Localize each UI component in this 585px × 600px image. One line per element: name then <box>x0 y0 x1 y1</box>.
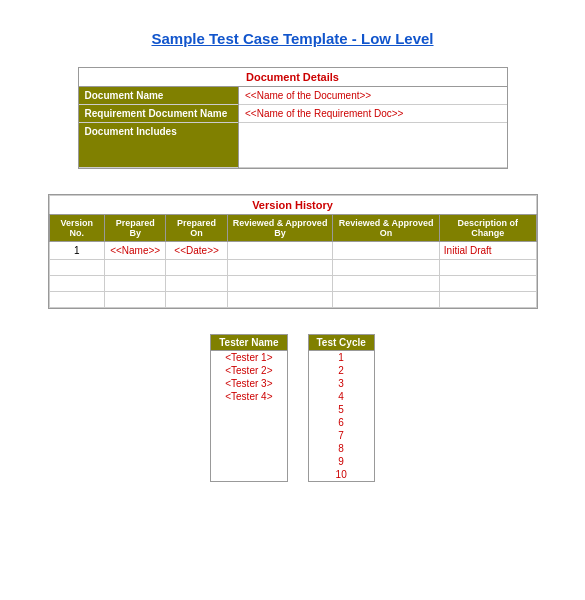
page: Sample Test Case Template - Low Level Do… <box>0 0 585 600</box>
document-details-header: Document Details <box>79 68 507 87</box>
col-prepared-by: Prepared By <box>104 215 165 242</box>
cycle-5: 5 <box>309 403 374 416</box>
list-item: 5 <box>309 403 374 416</box>
cycle-2: 2 <box>309 364 374 377</box>
col-prepared-on: Prepared On <box>166 215 227 242</box>
list-item: 9 <box>309 455 374 468</box>
cell-version: 1 <box>49 242 104 260</box>
cycle-6: 6 <box>309 416 374 429</box>
list-item: 10 <box>309 468 374 481</box>
list-item: 3 <box>309 377 374 390</box>
cycle-8: 8 <box>309 442 374 455</box>
table-row: Requirement Document Name <<Name of the … <box>79 105 507 123</box>
bottom-section: Tester Name <Tester 1> <Tester 2> <Teste… <box>30 334 555 482</box>
test-cycle-table: Test Cycle 1 2 3 4 5 6 7 8 9 10 <box>309 335 374 481</box>
cell-description: Initial Draft <box>439 242 536 260</box>
cycle-4: 4 <box>309 390 374 403</box>
cycle-1: 1 <box>309 351 374 365</box>
table-row: 1 <<Name>> <<Date>> Initial Draft <box>49 242 536 260</box>
document-details-table: Document Details Document Name <<Name of… <box>79 68 507 168</box>
version-history-table: Version History Version No. Prepared By … <box>49 195 537 308</box>
cycle-10: 10 <box>309 468 374 481</box>
doc-includes-value <box>239 123 507 168</box>
tester-1: <Tester 1> <box>211 351 286 365</box>
cycle-9: 9 <box>309 455 374 468</box>
table-row: Document Includes <box>79 123 507 168</box>
document-details-section: Document Details Document Name <<Name of… <box>78 67 508 169</box>
list-item: 6 <box>309 416 374 429</box>
list-item: 2 <box>309 364 374 377</box>
cycle-3: 3 <box>309 377 374 390</box>
req-doc-name-value: <<Name of the Requirement Doc>> <box>239 105 507 123</box>
test-cycle-header: Test Cycle <box>309 335 374 351</box>
cell-reviewed-by <box>227 242 333 260</box>
table-row <box>49 292 536 308</box>
list-item: <Tester 2> <box>211 364 286 377</box>
page-title: Sample Test Case Template - Low Level <box>30 30 555 47</box>
table-row: Document Name <<Name of the Document>> <box>79 87 507 105</box>
cell-prepared-by: <<Name>> <box>104 242 165 260</box>
col-reviewed-on: Reviewed & Approved On <box>333 215 439 242</box>
tester-name-header: Tester Name <box>211 335 286 351</box>
tester-4: <Tester 4> <box>211 390 286 403</box>
cell-prepared-on: <<Date>> <box>166 242 227 260</box>
doc-name-value: <<Name of the Document>> <box>239 87 507 105</box>
doc-name-label: Document Name <box>79 87 239 105</box>
tester-name-section: Tester Name <Tester 1> <Tester 2> <Teste… <box>210 334 287 482</box>
list-item: <Tester 4> <box>211 390 286 403</box>
tester-3: <Tester 3> <box>211 377 286 390</box>
version-history-header: Version History <box>49 196 536 215</box>
list-item: 8 <box>309 442 374 455</box>
req-doc-name-label: Requirement Document Name <box>79 105 239 123</box>
tester-name-table: Tester Name <Tester 1> <Tester 2> <Teste… <box>211 335 286 403</box>
table-row <box>49 276 536 292</box>
cycle-7: 7 <box>309 429 374 442</box>
doc-includes-label: Document Includes <box>79 123 239 168</box>
test-cycle-section: Test Cycle 1 2 3 4 5 6 7 8 9 10 <box>308 334 375 482</box>
version-history-section: Version History Version No. Prepared By … <box>48 194 538 309</box>
list-item: <Tester 3> <box>211 377 286 390</box>
list-item: 4 <box>309 390 374 403</box>
col-version: Version No. <box>49 215 104 242</box>
list-item: 7 <box>309 429 374 442</box>
version-history-columns: Version No. Prepared By Prepared On Revi… <box>49 215 536 242</box>
tester-2: <Tester 2> <box>211 364 286 377</box>
list-item: 1 <box>309 351 374 365</box>
col-description: Description of Change <box>439 215 536 242</box>
table-row <box>49 260 536 276</box>
list-item: <Tester 1> <box>211 351 286 365</box>
cell-reviewed-on <box>333 242 439 260</box>
col-reviewed-by: Reviewed & Approved By <box>227 215 333 242</box>
